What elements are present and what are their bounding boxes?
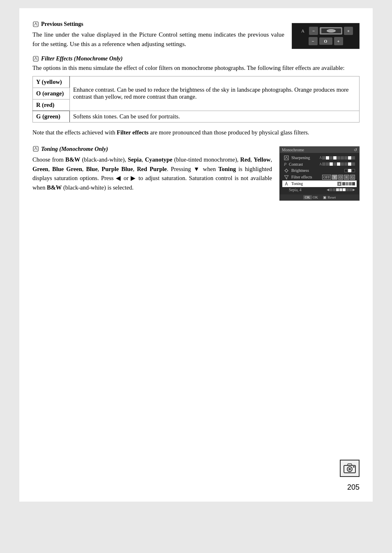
filter-key-O: O (orange) — [33, 88, 70, 99]
toning-row-toning: Toning ▲ — [282, 180, 357, 187]
toning-menu-item-label: Toning — [291, 181, 303, 186]
filter-key-R: R (red) — [33, 99, 70, 111]
toning-menu-icon: ↺ — [354, 148, 357, 152]
toning-icon — [284, 181, 289, 186]
toning-section: Toning (Monochrome Only) Choose from B&W… — [32, 145, 360, 201]
ctrl-plus-bottom: + — [334, 37, 343, 45]
previous-settings-body: The line under the value displayed in th… — [32, 30, 284, 49]
ctrl-label-A: A — [298, 27, 307, 35]
filter-desc-YOR: Enhance contrast. Can be used to reduce … — [70, 76, 360, 111]
filter-key-G: G (green) — [33, 111, 70, 122]
previous-settings-heading: Previous Settings — [32, 20, 284, 28]
ctrl-minus-top: − — [309, 27, 318, 35]
filter-y: Y — [332, 175, 337, 180]
filter-g: G — [350, 175, 355, 180]
sharpening-label: Sharpening — [291, 155, 310, 160]
filter-effects-section: Filter Effects (Monochrome Only) The opt… — [32, 56, 360, 137]
control-row-bottom: − O + — [295, 37, 356, 45]
ctrl-plus-top: + — [344, 27, 353, 35]
toning-body: Choose from B&W (black-and-white), Sepia… — [32, 155, 272, 192]
filter-o: O — [338, 175, 344, 180]
filter-effects-bar: OFF Y O R G — [322, 175, 355, 180]
table-row: Y (yellow) Enhance contrast. Can be used… — [33, 76, 360, 88]
toning-top-bar: Monochrome ↺ — [280, 147, 359, 153]
pencil-icon — [32, 21, 39, 28]
table-row: G (green) Softens skin tones. Can be use… — [33, 111, 360, 122]
toning-heading: Toning (Monochrome Only) — [32, 145, 272, 154]
svg-point-12 — [348, 468, 351, 470]
toning-row-brightness: Brightness — [282, 167, 357, 174]
sharpening-bar: A — [319, 156, 355, 160]
toning-text-content: Toning (Monochrome Only) Choose from B&W… — [32, 145, 272, 192]
filter-table: Y (yellow) Enhance contrast. Can be used… — [32, 76, 360, 123]
ok-label: OK OK — [303, 195, 318, 199]
brightness-label: Brightness — [291, 168, 309, 173]
toning-menu-items: Sharpening A — [280, 153, 359, 194]
reset-label: ▣ Reset — [323, 195, 336, 199]
camera-icon — [343, 463, 356, 474]
toning-bottom-bar: OK OK ▣ Reset — [280, 194, 359, 200]
control-row-top: A − + — [295, 27, 356, 35]
pencil-icon-toning — [32, 146, 39, 152]
toning-row-sharpening: Sharpening A — [282, 155, 357, 161]
filter-effects-heading: Filter Effects (Monochrome Only) — [32, 56, 360, 62]
filter-key-Y: Y (yellow) — [33, 76, 70, 88]
pencil-icon-filter — [32, 56, 39, 62]
toning-color-bar — [342, 182, 355, 185]
control-ui-image: A − + − O + — [292, 23, 360, 49]
previous-settings-content: Previous Settings The line under the val… — [32, 20, 284, 49]
brightness-bar — [344, 169, 355, 172]
filter-effects-note: Note that the effects achieved with Filt… — [32, 128, 360, 137]
bottom-right-camera-icon-container — [340, 460, 360, 477]
page: Previous Settings The line under the val… — [19, 8, 373, 502]
svg-point-4 — [285, 169, 288, 172]
sharpening-icon — [284, 155, 289, 160]
brightness-icon — [284, 168, 289, 173]
page-number: 205 — [347, 483, 360, 492]
toning-label: Toning (Monochrome Only) — [41, 145, 108, 154]
camera-icon-box — [340, 460, 360, 477]
toning-row-contrast: P Contrast A — [282, 161, 357, 167]
filter-effects-intro: The options in this menu simulate the ef… — [32, 64, 360, 73]
svg-rect-13 — [353, 466, 355, 467]
toning-ui-image: Monochrome ↺ Sharpening A — [279, 146, 360, 201]
ok-button[interactable]: OK — [303, 195, 312, 199]
contrast-icon-p: P — [284, 162, 286, 167]
filter-off: OFF — [322, 175, 332, 180]
previous-settings-section: Previous Settings The line under the val… — [32, 20, 360, 49]
filter-r: R — [344, 175, 349, 180]
sepia-value-label: Sepia, 4 — [289, 188, 302, 192]
toning-bar-container: ▲ — [337, 182, 355, 186]
filter-effects-label: Filter Effects (Monochrome Only) — [41, 56, 122, 62]
sepia-saturation-bar: ◀ ▶ — [327, 188, 355, 192]
ctrl-minus-bottom: − — [309, 37, 318, 45]
contrast-bar: A — [319, 162, 355, 166]
toning-menu-label: Monochrome — [282, 148, 304, 152]
filter-desc-G: Softens skin tones. Can be used for port… — [70, 111, 360, 122]
contrast-label: Contrast — [289, 162, 303, 167]
filter-icon — [284, 175, 289, 180]
filter-effects-menu-label: Filter effects — [291, 175, 312, 179]
toning-row-filter: Filter effects OFF Y O R G — [282, 174, 357, 180]
previous-settings-label: Previous Settings — [41, 20, 83, 28]
toning-row-sepia: Sepia, 4 ◀ ▶ — [282, 187, 357, 193]
